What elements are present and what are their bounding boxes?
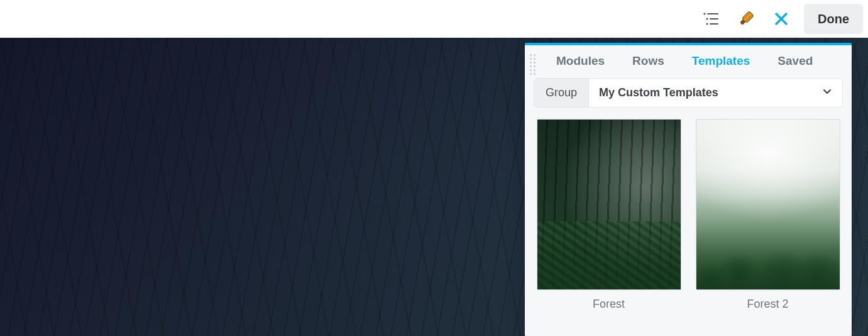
- group-label: Group: [534, 79, 589, 107]
- close-panel-button[interactable]: [764, 1, 799, 36]
- paintbrush-icon: [737, 10, 755, 28]
- templates-grid: Forest Forest 2: [525, 119, 852, 322]
- tab-saved[interactable]: Saved: [777, 54, 813, 68]
- template-thumbnail: [696, 119, 840, 290]
- group-selected-value: My Custom Templates: [599, 86, 718, 99]
- done-button-label: Done: [818, 12, 849, 26]
- template-card-forest-2[interactable]: Forest 2: [695, 119, 840, 311]
- tab-modules[interactable]: Modules: [556, 54, 605, 68]
- template-caption: Forest 2: [747, 298, 788, 311]
- top-toolbar: Done: [0, 0, 868, 38]
- svg-point-4: [706, 23, 708, 25]
- group-selector: Group My Custom Templates: [534, 78, 843, 108]
- template-card-forest[interactable]: Forest: [536, 119, 681, 311]
- group-dropdown[interactable]: My Custom Templates: [589, 79, 842, 107]
- list-outline-icon: [703, 12, 719, 26]
- svg-point-0: [703, 13, 705, 14]
- content-panel: Modules Rows Templates Saved Group My Cu…: [525, 43, 852, 336]
- svg-point-2: [706, 18, 708, 20]
- close-x-icon: [774, 11, 789, 26]
- panel-drag-handle[interactable]: [530, 54, 536, 75]
- template-thumbnail: [537, 119, 681, 290]
- chevron-down-icon: [822, 86, 832, 99]
- tab-templates[interactable]: Templates: [692, 54, 750, 68]
- panel-tabs: Modules Rows Templates Saved: [525, 45, 852, 78]
- outline-tree-button[interactable]: [693, 1, 728, 36]
- template-caption: Forest: [593, 298, 625, 311]
- tab-rows[interactable]: Rows: [632, 54, 664, 68]
- done-button[interactable]: Done: [804, 4, 863, 34]
- paintbrush-button[interactable]: [728, 1, 764, 36]
